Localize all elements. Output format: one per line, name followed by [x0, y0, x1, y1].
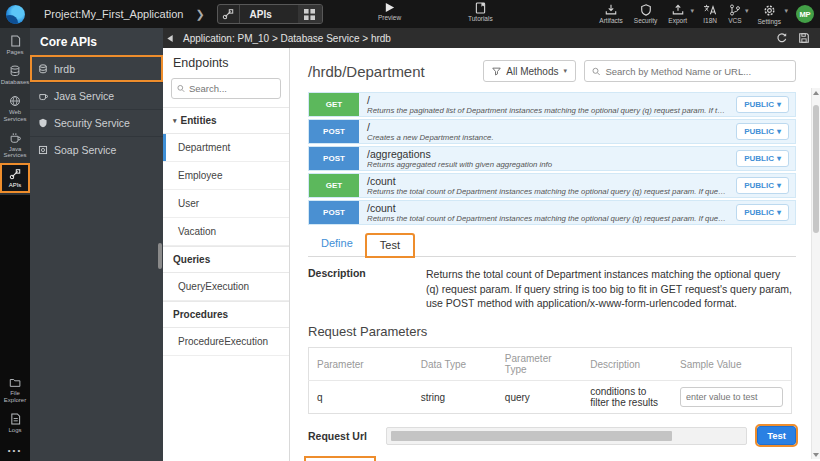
access-level-dropdown[interactable]: PUBLIC▾ [736, 123, 789, 140]
scroll-down-icon[interactable] [812, 450, 820, 459]
endpoint-item-procedureexecution[interactable]: ProcedureExecution [163, 328, 289, 356]
sidebar-item-apis[interactable]: APIs [0, 163, 30, 193]
endpoint-row[interactable]: POST /count Returns the total count of D… [308, 200, 796, 225]
app-window: Project:My_First_Application ❯ APIs Prev… [0, 0, 820, 461]
settings-button[interactable]: Settings ▾ [758, 4, 782, 25]
method-badge: GET [309, 93, 359, 116]
param-datatype-cell: string [413, 381, 497, 414]
endpoint-item-department[interactable]: Department [163, 134, 289, 162]
endpoint-row[interactable]: POST / Creates a new Department instance… [308, 119, 796, 144]
endpoint-row[interactable]: GET /count Returns the total count of De… [308, 173, 796, 198]
section-entities[interactable]: ▾ Entities [163, 107, 289, 134]
access-level-dropdown[interactable]: PUBLIC▾ [736, 96, 789, 113]
main-scrollbar[interactable] [811, 88, 820, 459]
endpoint-item-user[interactable]: User [163, 190, 289, 218]
endpoints-panel: Endpoints ▾ Entities Department Employee… [163, 48, 290, 461]
core-apis-item-soap-service[interactable]: Soap Service [30, 136, 163, 163]
methods-filter-label: All Methods [506, 66, 558, 77]
preview-button[interactable]: Preview [378, 2, 401, 21]
section-procedures[interactable]: Procedures [163, 301, 289, 328]
endpoint-row-body: /count Returns the total count of Depart… [359, 174, 736, 197]
main-content: /hrdb/Department All Methods ▾ [290, 48, 820, 461]
endpoint-path: / [367, 94, 728, 106]
endpoints-search[interactable] [171, 78, 281, 99]
rail-label: File Explorer [0, 390, 30, 404]
breadcrumb-bar: Application: PM_10 > Database Service > … [163, 28, 820, 48]
method-badge: POST [309, 201, 359, 224]
access-level-dropdown[interactable]: PUBLIC▾ [736, 204, 789, 221]
scroll-up-icon[interactable] [812, 88, 820, 97]
apis-icon [9, 168, 21, 180]
sidebar-item-pages[interactable]: Pages [0, 30, 30, 60]
request-url-field[interactable] [386, 427, 747, 445]
grid-menu-icon[interactable] [298, 5, 322, 23]
app-mode-selector[interactable]: APIs [217, 4, 323, 24]
user-avatar[interactable]: MP [796, 5, 814, 23]
i18n-label: I18N [703, 17, 717, 24]
save-icon[interactable] [798, 32, 810, 44]
chevron-down-icon: ▾ [691, 7, 695, 15]
shield-icon [640, 4, 652, 16]
test-button[interactable]: Test [757, 426, 796, 445]
endpoint-row[interactable]: POST /aggregations Returns aggregated re… [308, 146, 796, 171]
sidebar-item-web-services[interactable]: Web Services [0, 90, 30, 127]
apis-icon [218, 5, 240, 23]
endpoint-description: Returns the total count of Department in… [367, 187, 728, 197]
sidebar-item-file-explorer[interactable]: File Explorer [0, 372, 30, 408]
endpoints-search-input[interactable] [189, 83, 275, 94]
access-level-dropdown[interactable]: PUBLIC▾ [736, 177, 789, 194]
method-search-input[interactable] [605, 66, 788, 77]
method-search[interactable] [584, 60, 796, 82]
endpoint-item-vacation[interactable]: Vacation [163, 218, 289, 246]
core-apis-item-hrdb[interactable]: hrdb [30, 55, 163, 82]
chevron-down-icon: ▾ [777, 100, 781, 109]
brand-logo[interactable] [0, 0, 30, 28]
access-level-label: PUBLIC [744, 208, 774, 217]
filter-icon [492, 67, 501, 76]
collapse-panel-icon[interactable] [163, 34, 177, 43]
column-header: Sample Value [672, 348, 792, 381]
book-icon [475, 2, 486, 14]
endpoint-item-queryexecution[interactable]: QueryExecution [163, 273, 289, 301]
database-icon [9, 65, 21, 77]
endpoint-description: Returns the paginated list of Department… [367, 106, 728, 116]
tutorials-button[interactable]: Tutorials [468, 2, 493, 22]
tab-test[interactable]: Test [366, 234, 414, 257]
endpoint-path: /count [367, 175, 728, 187]
i18n-button[interactable]: I18N [703, 4, 717, 24]
sidebar-item-logs[interactable]: Logs [0, 408, 30, 438]
sample-value-input[interactable] [680, 387, 783, 407]
param-name-cell: q [309, 381, 413, 414]
section-queries[interactable]: Queries [163, 246, 289, 273]
endpoint-item-employee[interactable]: Employee [163, 162, 289, 190]
artifacts-button[interactable]: Artifacts [599, 4, 622, 24]
section-label: Entities [181, 115, 217, 126]
left-icon-rail: Pages Databases Web Services Java Servic… [0, 28, 30, 461]
chevron-down-icon: ▾ [777, 181, 781, 190]
security-button[interactable]: Security [634, 4, 657, 24]
scrollbar-thumb[interactable] [813, 105, 819, 233]
app-mode-label: APIs [240, 9, 298, 20]
tab-define[interactable]: Define [308, 233, 366, 256]
core-apis-scrollbar-thumb[interactable] [158, 243, 162, 269]
sidebar-item-java-services[interactable]: Java Services [0, 127, 30, 164]
core-apis-item-label: Security Service [54, 117, 130, 129]
shield-icon [38, 118, 48, 128]
rail-label: Java Services [0, 146, 30, 160]
export-button[interactable]: Export ▾ [668, 4, 687, 24]
access-level-label: PUBLIC [744, 127, 774, 136]
endpoint-row[interactable]: GET / Returns the paginated list of Depa… [308, 92, 796, 117]
vcs-button[interactable]: VCS ▾ [728, 4, 741, 24]
rail-top-group: Pages Databases Web Services Java Servic… [0, 28, 30, 195]
core-apis-item-java-service[interactable]: Java Service [30, 82, 163, 109]
more-options-icon[interactable]: ••• [0, 438, 30, 457]
access-level-dropdown[interactable]: PUBLIC▾ [736, 150, 789, 167]
gear-icon [763, 4, 776, 17]
preview-label: Preview [378, 14, 401, 21]
access-level-label: PUBLIC [744, 154, 774, 163]
methods-filter-dropdown[interactable]: All Methods ▾ [483, 60, 576, 82]
param-sample-cell [672, 381, 792, 414]
sidebar-item-databases[interactable]: Databases [0, 60, 30, 90]
core-apis-item-security-service[interactable]: Security Service [30, 109, 163, 136]
refresh-icon[interactable] [776, 32, 788, 44]
